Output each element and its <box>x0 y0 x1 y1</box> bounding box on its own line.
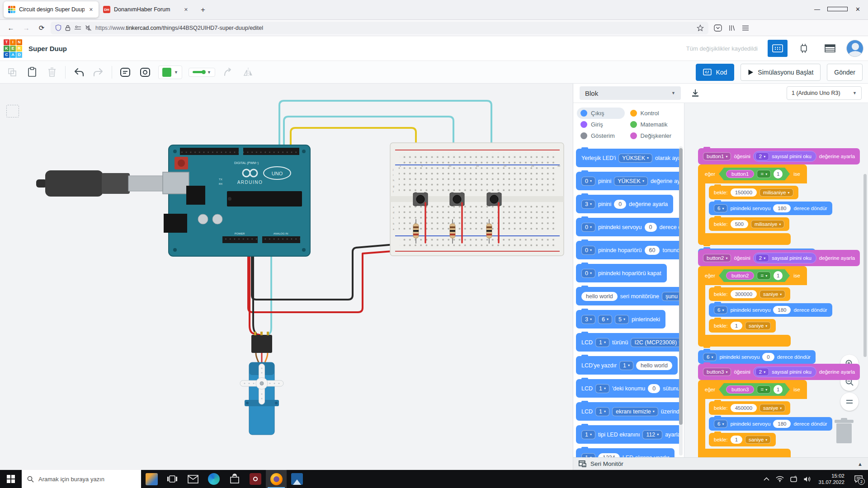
block-dropdown[interactable]: milisaniye▾ <box>760 188 793 197</box>
block-dropdown[interactable]: ekranı temizle▾ <box>612 407 658 416</box>
block-dropdown[interactable]: milisaniye▾ <box>751 220 785 228</box>
wait-block[interactable]: bekle:1saniye▾ <box>709 319 776 333</box>
back-icon[interactable]: ← <box>5 22 17 34</box>
block-dropdown[interactable]: 1▾ <box>581 453 595 458</box>
palette-block[interactable]: 3▾6▾5▾pinlerindeki <box>576 310 665 328</box>
category-çıkış[interactable]: Çıkış <box>577 108 625 119</box>
block-dropdown[interactable]: 1▾ <box>595 338 609 347</box>
serial-monitor-bar[interactable]: Seri Monitör ▲ <box>573 457 868 470</box>
block-dropdown[interactable]: button2▾ <box>703 254 731 262</box>
delete-icon[interactable] <box>45 66 59 79</box>
tray-device-icon[interactable] <box>787 470 800 488</box>
palette-block[interactable]: 1▾tipi LED ekranını112▾ayarla <box>576 425 680 444</box>
block-dropdown[interactable]: saniye▾ <box>745 436 771 444</box>
block-value[interactable]: 1 <box>774 169 783 178</box>
block-value[interactable]: hello world <box>581 292 618 301</box>
wait-block[interactable]: bekle:1saniye▾ <box>709 433 776 446</box>
device-select[interactable]: 1 (Arduino Uno R3) ▼ <box>787 86 862 100</box>
wifi-icon[interactable] <box>773 470 787 488</box>
wait-block[interactable]: bekle:150000milisaniye▾ <box>709 186 798 199</box>
block-value[interactable]: 1 <box>774 271 783 280</box>
block-dropdown[interactable]: 6▾ <box>714 306 727 314</box>
menu-icon[interactable] <box>742 25 749 31</box>
block-value[interactable]: 1 <box>731 436 742 444</box>
condition-block[interactable]: button1=▾1 <box>719 168 790 180</box>
block-dropdown[interactable]: saniye▾ <box>760 290 785 298</box>
block-workspace[interactable]: button1▾öğesini2▾sayısal pinini okudeğer… <box>684 103 868 457</box>
block-dropdown[interactable]: 6▾ <box>598 315 612 324</box>
palette-block[interactable]: Yerleşik LED'iYÜKSEK▾olarak ayarla <box>576 149 680 167</box>
volume-icon[interactable] <box>800 470 814 488</box>
block-value[interactable]: 0 <box>762 353 774 361</box>
block-dropdown[interactable]: 3▾ <box>581 315 595 324</box>
block-dropdown[interactable]: I2C (MCP23008)▾ <box>631 338 680 347</box>
code-cluster[interactable]: button1▾öğesini2▾sayısal pinini okudeğer… <box>698 148 860 262</box>
if-block-header[interactable]: eğerbutton2=▾1ise <box>698 266 807 285</box>
block-dropdown[interactable]: YÜKSEK▾ <box>618 154 652 163</box>
taskbar-search[interactable]: Aramak için buraya yazın <box>22 470 141 488</box>
rotate-servo-block[interactable]: 6▾pinindeki servoyu180derece döndür <box>709 303 832 317</box>
if-block-header[interactable]: eğerbutton1=▾1ise <box>698 164 807 183</box>
rotate-icon[interactable] <box>222 66 235 79</box>
block-dropdown[interactable]: 2▾ <box>755 254 769 262</box>
block-dropdown[interactable]: 1▾ <box>595 407 609 416</box>
block-value[interactable]: 0 <box>614 200 626 209</box>
tab-close-icon[interactable]: ✕ <box>183 6 189 14</box>
category-değişkenler[interactable]: Değişkenler <box>627 130 681 141</box>
code-cluster[interactable]: button2▾öğesini2▾sayısal pinini okudeğer… <box>698 250 860 364</box>
block-dropdown[interactable]: saniye▾ <box>760 404 785 412</box>
arduino-uno[interactable]: DIGITAL (PWM~) UNO ARDUINO TX RX POWER A… <box>163 145 310 256</box>
block-dropdown[interactable]: 6▾ <box>703 353 717 361</box>
palette-block[interactable]: 0▾pinindeki hoparlörü kapat <box>576 264 667 282</box>
block-value[interactable]: 1 <box>774 385 783 394</box>
pushbuttons[interactable] <box>413 192 501 206</box>
browser-tab-active[interactable]: Circuit design Super Duup | Tin ✕ <box>4 1 99 18</box>
block-dropdown[interactable]: 1▾ <box>581 430 595 439</box>
variable-pill[interactable]: button1 <box>726 170 754 178</box>
palette-block[interactable]: LCD1▾türünüI2C (MCP23008)▾ <box>576 333 680 352</box>
component-list-view-button[interactable] <box>820 40 840 57</box>
set-variable-block[interactable]: button3▾öğesini2▾sayısal pinini okudeğer… <box>698 364 860 380</box>
block-value[interactable]: 180 <box>773 420 791 428</box>
variable-pill[interactable]: button3 <box>726 385 754 394</box>
mirror-icon[interactable] <box>241 66 255 79</box>
servo-motor[interactable] <box>240 332 283 435</box>
notes-icon[interactable] <box>118 66 132 79</box>
condition-block[interactable]: button2=▾1 <box>719 269 790 282</box>
wait-block[interactable]: bekle:300000saniye▾ <box>709 287 790 301</box>
condition-block[interactable]: button3=▾1 <box>719 383 790 396</box>
start-button[interactable] <box>0 470 22 488</box>
block-dropdown[interactable]: saniye▾ <box>745 322 771 330</box>
block-value[interactable]: 0 <box>648 384 660 393</box>
color-picker-dropdown[interactable]: ▼ <box>158 66 182 79</box>
operator-dropdown[interactable]: =▾ <box>757 170 771 178</box>
tinkercad-logo[interactable]: TINKERCAD <box>4 39 22 58</box>
breadboard-view-button[interactable] <box>768 40 788 57</box>
schematic-view-button[interactable] <box>794 40 814 57</box>
palette-block[interactable]: 0▾pininiYÜKSEK▾değerine ayarla <box>576 172 680 190</box>
wire-type-dropdown[interactable]: ▼ <box>189 68 215 77</box>
block-value[interactable]: 60 <box>645 246 660 255</box>
block-value[interactable]: 180 <box>773 306 791 314</box>
widget-thumbnail-icon[interactable] <box>141 470 162 488</box>
start-simulation-button[interactable]: Simülasyonu Başlat <box>741 64 821 81</box>
undo-icon[interactable] <box>72 66 85 79</box>
usb-cable[interactable] <box>36 170 166 197</box>
tray-chevron-up-icon[interactable] <box>760 470 773 488</box>
block-value[interactable]: 1 <box>731 322 742 330</box>
block-dropdown[interactable]: 2▾ <box>755 368 769 376</box>
read-pin-reporter[interactable]: 2▾sayısal pinini oku <box>753 151 816 162</box>
code-button[interactable]: Kod <box>696 64 734 81</box>
store-icon[interactable] <box>224 470 245 488</box>
block-value[interactable]: 300000 <box>731 290 757 298</box>
expand-chevron-icon[interactable]: ▲ <box>858 461 863 467</box>
mail-icon[interactable] <box>183 470 203 488</box>
block-dropdown[interactable]: 1▾ <box>619 361 633 370</box>
photos-icon[interactable] <box>287 470 307 488</box>
block-dropdown[interactable]: 6▾ <box>714 420 727 428</box>
block-dropdown[interactable]: button1▾ <box>703 152 731 160</box>
code-cluster[interactable]: button3▾öğesini2▾sayısal pinini okudeğer… <box>698 364 860 457</box>
task-view-icon[interactable] <box>162 470 183 488</box>
lock-icon[interactable] <box>65 25 71 31</box>
workspace-scrollbar-thumb[interactable] <box>863 174 867 357</box>
